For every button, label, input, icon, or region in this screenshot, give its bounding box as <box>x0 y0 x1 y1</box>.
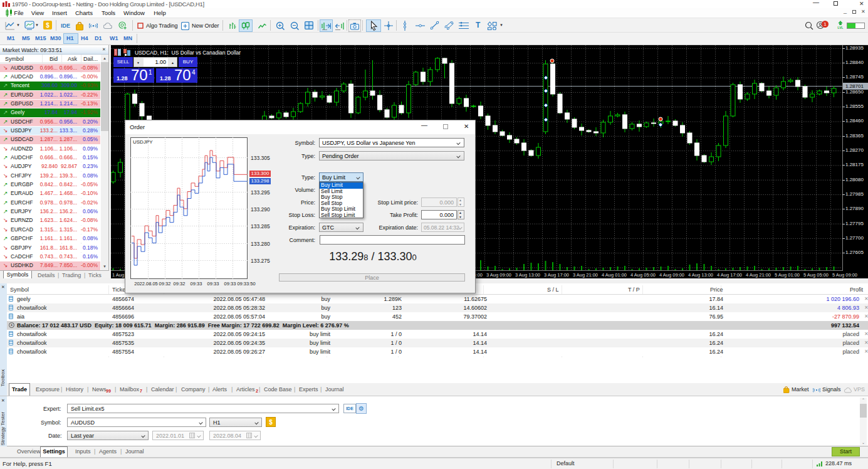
svg-text:LVL: LVL <box>837 26 843 29</box>
svg-text:$: $ <box>46 22 50 29</box>
